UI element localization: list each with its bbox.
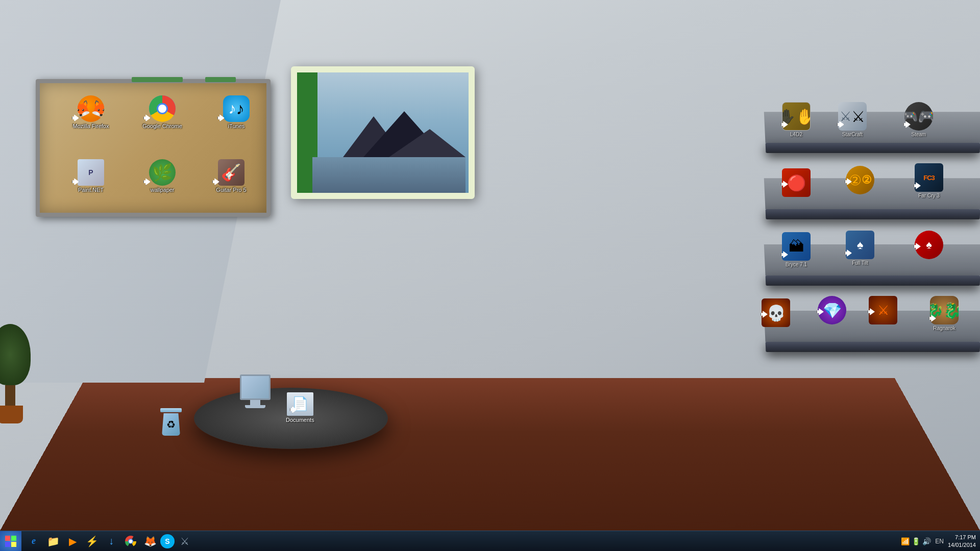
diablo-small-icon-img: 🔴 bbox=[782, 168, 811, 197]
tv-screen bbox=[297, 72, 469, 193]
start-button[interactable] bbox=[0, 531, 21, 552]
monitor-base bbox=[245, 405, 265, 408]
battery-icon: 🔋 bbox=[912, 537, 920, 545]
chrome-taskbar-icon bbox=[125, 536, 136, 547]
network-icon: 📶 bbox=[901, 537, 910, 545]
windows-logo-icon bbox=[5, 535, 17, 547]
shelves-container: ✋ L4D2 ⚔ StarCraft 🎮 Steam 🔴 ② FC3 Far C… bbox=[750, 92, 980, 372]
system-tray-icons: 📶 🔋 🔊 bbox=[901, 537, 931, 545]
monitor bbox=[240, 374, 271, 400]
taskbar-firefox-button[interactable]: 🦊 bbox=[141, 532, 159, 550]
firefox-icon-img: 🦊 bbox=[78, 95, 104, 122]
icon-steam[interactable]: 🎮 Steam bbox=[898, 102, 939, 137]
taskbar-starcraft-button[interactable]: ⚔ bbox=[176, 532, 194, 550]
mountain-svg bbox=[312, 101, 465, 193]
shelf-3 bbox=[766, 276, 980, 286]
icon-diablo-small[interactable]: 🔴 bbox=[776, 168, 817, 197]
tree-pot bbox=[0, 406, 23, 423]
bryce-label: Bryce 7.1 bbox=[786, 262, 807, 267]
recycle-bin-lid bbox=[160, 408, 182, 412]
taskbar-explorer-button[interactable]: 📁 bbox=[44, 532, 62, 550]
shortcut-arrow bbox=[72, 114, 79, 121]
fulltilt-icon-img: ♠ bbox=[846, 231, 874, 259]
fulltilt-label: Full Tilt bbox=[852, 260, 868, 266]
svg-rect-0 bbox=[312, 157, 465, 193]
icon-wallpaper[interactable]: 🌿 wallpaper bbox=[139, 157, 185, 195]
firefox-label: Mozilla Firefox bbox=[73, 123, 109, 130]
shelf-1 bbox=[766, 143, 980, 153]
icon-ragnarok[interactable]: 🐉 Ragnarok bbox=[924, 296, 965, 331]
taskbar-right-area: 📶 🔋 🔊 EN 7:17 PM 14/01/2014 bbox=[897, 531, 980, 551]
shelf-2 bbox=[766, 209, 980, 219]
svg-rect-4 bbox=[5, 536, 10, 541]
paintnet-label: Paint.NET bbox=[78, 187, 104, 193]
taskbar-herdprotect-button[interactable]: ⚡ bbox=[83, 532, 101, 550]
monitor-stand bbox=[250, 400, 260, 405]
documents-icon-wrap: 📄 Documents bbox=[286, 392, 314, 423]
l4d-icon-img: ✋ bbox=[782, 102, 811, 131]
svg-point-10 bbox=[129, 539, 133, 543]
taskbar-skype-button[interactable]: S bbox=[160, 534, 175, 548]
paintnet-icon-img: P bbox=[78, 159, 104, 186]
shortcut-arrow bbox=[143, 114, 151, 121]
language-indicator[interactable]: EN bbox=[935, 538, 944, 545]
l4d-label: L4D2 bbox=[790, 132, 802, 137]
tv-frame bbox=[291, 66, 475, 199]
svg-rect-6 bbox=[5, 542, 10, 547]
sc-icon-img: ⚔ bbox=[838, 102, 867, 131]
taskbar-download-manager-button[interactable]: ↓ bbox=[102, 532, 120, 550]
icon-fulltilt[interactable]: ♠ Full Tilt bbox=[840, 231, 880, 266]
icon-recycle-bin[interactable]: ♻ bbox=[158, 408, 184, 439]
wallpaper-icon-img: 🌿 bbox=[149, 159, 176, 186]
clock: 7:17 PM 14/01/2014 bbox=[948, 534, 976, 548]
icon-google-chrome[interactable]: Google Chrome bbox=[139, 93, 185, 132]
icon-l4d2[interactable]: ✋ L4D2 bbox=[776, 102, 817, 137]
dd2-icon-img: ② bbox=[846, 166, 874, 194]
icon-neverwinter[interactable]: ⚔ bbox=[863, 296, 903, 324]
time-display: 7:17 PM bbox=[948, 534, 976, 541]
tree-trunk bbox=[5, 385, 15, 406]
documents-label: Documents bbox=[286, 417, 314, 423]
icon-runes-of-magic[interactable]: 💎 bbox=[812, 296, 852, 324]
pokerstars-icon-img: ♠ bbox=[915, 231, 943, 259]
bryce-icon-img: 🏔 bbox=[782, 232, 811, 261]
chrome-icon-img bbox=[149, 95, 176, 122]
chrome-inner2 bbox=[158, 105, 166, 113]
shortcut-arrow bbox=[143, 178, 151, 185]
sc-label: StarCraft bbox=[842, 132, 863, 137]
monitor-screen bbox=[241, 376, 269, 398]
icon-starcraft[interactable]: ⚔ StarCraft bbox=[832, 102, 873, 137]
svg-rect-7 bbox=[11, 542, 16, 547]
desk-computer[interactable] bbox=[240, 374, 271, 408]
icon-paintnet[interactable]: P Paint.NET bbox=[68, 157, 114, 195]
taskbar-ie-button[interactable]: e bbox=[24, 532, 43, 550]
icon-guitarpro[interactable]: 🎸 Guitar Pro 5 bbox=[208, 157, 254, 195]
tree-decoration bbox=[0, 324, 31, 423]
icon-itunes[interactable]: ♪ iTunes bbox=[213, 93, 259, 132]
farcry3-icon-img: FC3 bbox=[915, 163, 943, 192]
chrome-label: Google Chrome bbox=[142, 123, 182, 130]
nw-icon-img: ⚔ bbox=[869, 296, 897, 324]
rom-icon-img: 💎 bbox=[818, 296, 846, 324]
recycle-bin-icon-wrap: ♻ bbox=[158, 408, 184, 439]
recycle-bin-body: ♻ bbox=[162, 413, 180, 436]
volume-icon: 🔊 bbox=[922, 537, 931, 545]
icon-documents[interactable]: 📄 Documents bbox=[286, 392, 314, 423]
icon-farcry3[interactable]: FC3 Far Cry 3 bbox=[909, 163, 949, 198]
taskbar-media-player-button[interactable]: ▶ bbox=[63, 532, 82, 550]
icon-diablo3[interactable]: 💀 bbox=[755, 298, 796, 327]
date-display: 14/01/2014 bbox=[948, 541, 976, 548]
taskbar-chrome-button[interactable] bbox=[121, 532, 140, 550]
icon-mozilla-firefox[interactable]: 🦊 Mozilla Firefox bbox=[68, 93, 114, 132]
ragnarok-label: Ragnarok bbox=[933, 325, 955, 331]
floor bbox=[0, 378, 980, 531]
itunes-icon-img: ♪ bbox=[223, 95, 250, 122]
icon-pokerstars[interactable]: ♠ bbox=[909, 231, 949, 259]
icon-dd2[interactable]: ② bbox=[840, 166, 880, 194]
ragnarok-icon-img: 🐉 bbox=[930, 296, 959, 324]
corkboard: 🦊 Mozilla Firefox Google Chrome ♪ iTunes… bbox=[36, 79, 271, 217]
icon-bryce[interactable]: 🏔 Bryce 7.1 bbox=[776, 232, 817, 267]
shelf-4 bbox=[766, 342, 980, 352]
farcry3-label: Far Cry 3 bbox=[918, 193, 940, 198]
wallpaper-label: wallpaper bbox=[150, 187, 174, 193]
